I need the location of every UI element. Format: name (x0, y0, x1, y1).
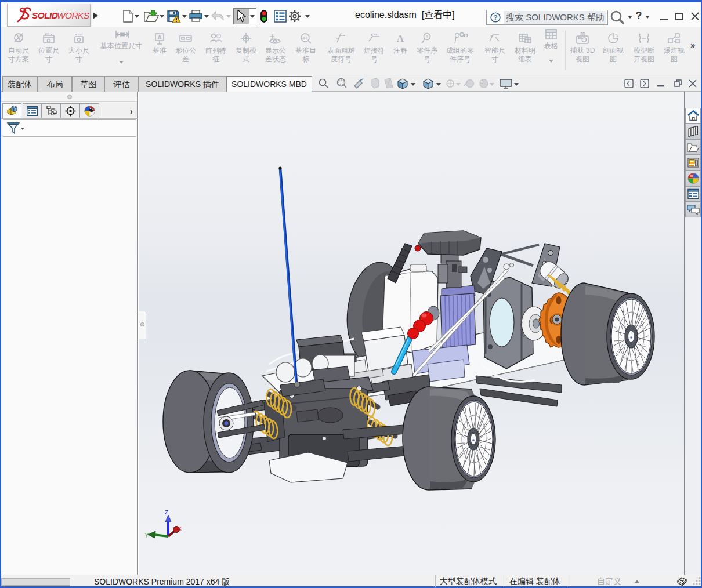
svg-text:xxx: xxx (78, 32, 83, 36)
svg-text:WORKS: WORKS (57, 10, 90, 20)
svg-text:Z: Z (165, 510, 168, 516)
svg-text:SOLID: SOLID (32, 10, 58, 20)
svg-text:X: X (178, 526, 182, 532)
svg-text:A1: A1 (302, 35, 308, 41)
svg-text:3D: 3D (580, 32, 585, 36)
svg-text:xxx: xxx (45, 32, 49, 35)
svg-text:A: A (397, 33, 404, 44)
svg-text:1: 1 (426, 34, 429, 39)
svg-text:?: ? (493, 14, 497, 21)
svg-text:?: ? (636, 10, 642, 21)
svg-text:Y: Y (145, 533, 149, 539)
svg-text:A: A (157, 34, 161, 41)
